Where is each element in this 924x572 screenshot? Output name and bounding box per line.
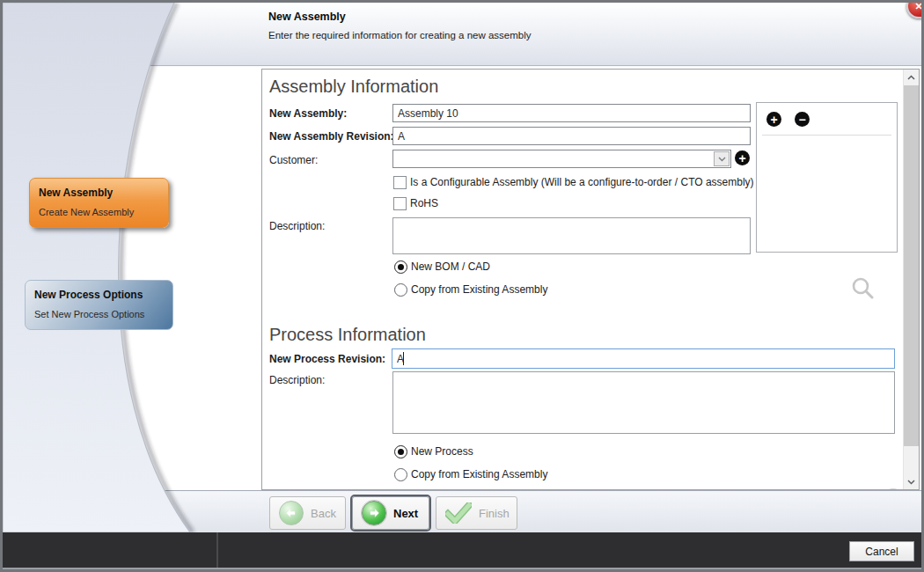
scroll-up-icon[interactable] — [904, 70, 919, 84]
configurable-assembly-label: Is a Configurable Assembly (Will be a co… — [410, 176, 754, 188]
step-title: New Assembly — [39, 187, 159, 199]
remove-icon[interactable]: − — [795, 112, 810, 127]
next-button-label: Next — [393, 507, 418, 520]
add-icon[interactable]: + — [766, 112, 781, 127]
process-description-label: Description: — [269, 374, 325, 386]
copy-existing-process-label: Copy from Existing Assembly — [411, 468, 547, 480]
divider — [762, 135, 891, 136]
new-assembly-revision-input[interactable] — [392, 127, 751, 145]
finish-button[interactable]: Finish — [436, 496, 517, 530]
process-description-textarea[interactable] — [392, 371, 895, 434]
process-information-heading: Process Information — [269, 325, 426, 345]
assembly-description-textarea[interactable] — [392, 217, 751, 254]
new-bom-cad-label: New BOM / CAD — [411, 260, 490, 273]
text-caret — [403, 352, 404, 365]
new-process-revision-label: New Process Revision: — [269, 353, 385, 365]
finish-button-label: Finish — [479, 507, 510, 520]
customer-dropdown[interactable] — [392, 150, 731, 168]
finish-check-icon — [445, 502, 472, 524]
step-subtitle: Create New Assembly — [39, 207, 159, 217]
wizard-step-new-process-options[interactable]: New Process Options Set New Process Opti… — [25, 280, 173, 330]
back-button-label: Back — [311, 507, 336, 520]
vertical-scrollbar[interactable] — [903, 70, 919, 489]
rohs-checkbox[interactable] — [393, 197, 407, 210]
copy-existing-assembly-radio[interactable] — [394, 283, 407, 297]
search-assembly-icon[interactable] — [851, 276, 874, 299]
assembly-information-heading: Assembly Information — [269, 77, 438, 97]
sidebar-swoosh — [3, 3, 205, 532]
divider — [216, 532, 218, 568]
cancel-button[interactable]: Cancel — [849, 541, 914, 561]
attachment-list-box: + − — [756, 102, 898, 253]
copy-existing-assembly-label: Copy from Existing Assembly — [411, 283, 547, 296]
add-customer-button[interactable]: + — [735, 150, 750, 165]
new-process-radio[interactable] — [394, 445, 407, 458]
scrollbar-thumb[interactable] — [904, 85, 919, 446]
wizard-window: New Assembly Enter the required informat… — [3, 3, 921, 569]
wizard-form-panel: Assembly Information New Assembly: New A… — [261, 69, 920, 490]
new-process-revision-input[interactable] — [392, 348, 895, 369]
page-subtitle: Enter the required information for creat… — [268, 30, 532, 40]
back-button[interactable]: Back — [269, 496, 346, 530]
new-bom-cad-radio[interactable] — [394, 260, 407, 274]
step-title: New Process Options — [34, 289, 164, 301]
new-assembly-input[interactable] — [392, 104, 751, 122]
next-button[interactable]: Next — [352, 496, 429, 530]
configurable-assembly-checkbox[interactable] — [393, 176, 407, 189]
new-assembly-revision-label: New Assembly Revision: — [269, 130, 394, 143]
new-assembly-label: New Assembly: — [269, 107, 347, 120]
footer-bar: Cancel — [3, 532, 921, 568]
window-bottom-edge — [3, 568, 921, 569]
back-arrow-icon — [279, 501, 304, 525]
copy-existing-process-radio[interactable] — [394, 468, 407, 481]
new-process-label: New Process — [411, 445, 473, 458]
page-title: New Assembly — [268, 11, 346, 23]
wizard-step-new-assembly[interactable]: New Assembly Create New Assembly — [29, 178, 169, 228]
scroll-down-icon[interactable] — [904, 474, 919, 489]
customer-label: Customer: — [269, 154, 318, 166]
chevron-down-icon[interactable] — [714, 151, 730, 166]
step-subtitle: Set New Process Options — [34, 309, 164, 319]
rohs-label: RoHS — [410, 197, 438, 209]
assembly-description-label: Description: — [269, 220, 325, 232]
next-arrow-icon — [362, 501, 386, 525]
